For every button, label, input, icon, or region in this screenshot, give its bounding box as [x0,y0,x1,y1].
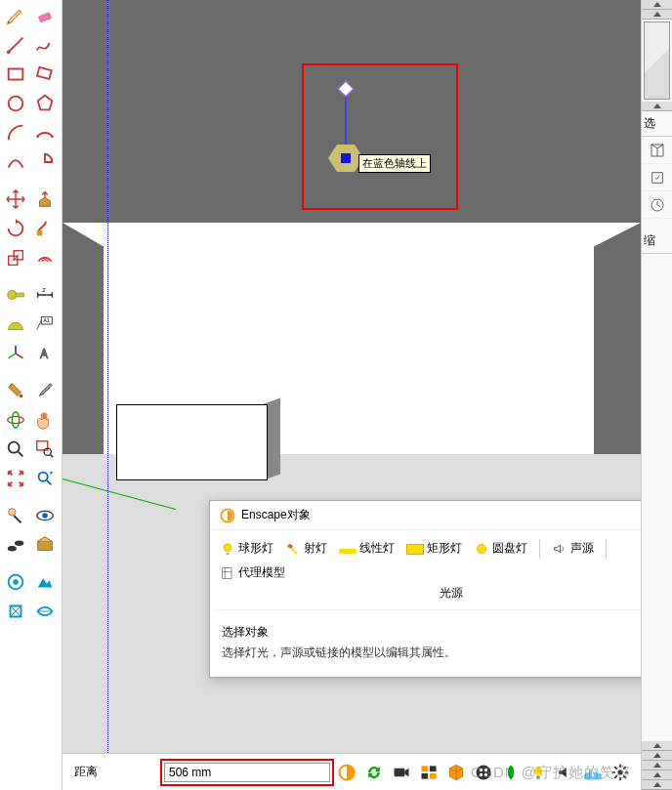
line-tool-icon[interactable] [2,31,29,59]
main-area: 在蓝色轴线上 Enscape对象 × 球形灯 [63,0,641,790]
eraser-tool-icon[interactable] [31,2,59,29]
svg-point-6 [36,135,39,138]
rotated-rect-tool-icon[interactable] [31,61,59,88]
spot-light-button[interactable]: 射灯 [281,538,331,559]
enscape-asset-icon[interactable] [498,760,524,785]
dialog-subheading: 光源 [216,583,641,610]
svg-rect-12 [16,293,23,297]
dimension-tool-icon[interactable]: 2' [31,281,59,309]
circle-tool-icon[interactable] [2,90,29,117]
sphere-light-button[interactable]: 球形灯 [216,538,277,559]
tray-collapse-handle-7[interactable] [642,770,672,780]
sound-source-button[interactable]: 声源 [548,538,598,559]
offset-tool-icon[interactable] [31,244,59,271]
rotate-tool-icon[interactable] [2,215,29,242]
enscape-3d-icon[interactable] [443,760,469,785]
svg-rect-38 [430,766,437,771]
dialog-title: Enscape对象 [241,507,641,523]
svg-point-46 [534,767,542,774]
tray-icon-2[interactable] [642,164,672,191]
zoom-window-tool-icon[interactable] [31,436,59,463]
svg-point-42 [480,768,483,770]
svg-point-22 [39,473,48,481]
arc-tool-icon[interactable] [2,119,29,146]
enscape-logo-icon [220,508,235,523]
ext-tool-3-icon[interactable] [2,598,29,625]
tray-label-1: 选 [642,111,672,137]
text-tool-icon[interactable]: A1 [31,311,59,338]
svg-rect-37 [422,766,429,771]
svg-point-19 [9,442,20,453]
orbit-tool-icon[interactable] [2,406,29,434]
svg-point-7 [51,135,54,138]
tray-collapse-handle-5[interactable] [642,751,672,761]
enscape-bottom-toolbar [334,760,637,785]
pan-tool-icon[interactable] [31,406,59,434]
section-tool-icon[interactable] [31,531,59,559]
enscape-settings-icon[interactable] [608,760,633,785]
enscape-light-icon[interactable] [525,760,551,785]
arc2-tool-icon[interactable] [31,119,59,146]
enscape-sound-icon[interactable] [553,760,578,785]
position-camera-tool-icon[interactable] [2,502,29,529]
svg-point-1 [7,51,11,55]
tray-collapse-handle-8[interactable] [642,780,672,790]
move-tool-icon[interactable] [2,186,29,213]
vcb-input[interactable] [164,763,330,782]
protractor-tool-icon[interactable] [2,311,29,338]
enscape-upload-icon[interactable] [580,760,606,785]
rect-light-button[interactable]: 矩形灯 [402,538,466,559]
tray-icon-3[interactable] [642,191,672,219]
scene-thumbnail[interactable] [644,21,670,100]
vcb-label: 距离 [66,764,160,780]
svg-rect-39 [422,772,429,778]
tray-collapse-handle-6[interactable] [642,761,672,770]
proxy-model-button[interactable]: 代理模型 [216,562,289,583]
svg-rect-0 [38,12,53,22]
pushpull-tool-icon[interactable] [31,186,59,213]
svg-point-18 [12,412,19,429]
svg-point-23 [9,509,16,516]
annotation-highlight [302,63,458,210]
disc-light-button[interactable]: 圆盘灯 [470,538,531,559]
paint-tool-icon[interactable] [2,377,29,404]
arc3-tool-icon[interactable] [2,148,29,176]
ext-tool-2-icon[interactable] [31,568,59,596]
pie-tool-icon[interactable] [31,148,59,176]
zoom-tool-icon[interactable] [2,436,29,463]
line-light-button[interactable]: 线性灯 [335,538,399,559]
pencil-tool-icon[interactable] [2,2,29,29]
enscape-manage-icon[interactable] [416,760,441,785]
tray-icon-1[interactable] [642,137,672,164]
enscape-material-icon[interactable] [471,760,496,785]
svg-rect-40 [430,772,437,778]
svg-point-4 [9,97,23,111]
enscape-sync-icon[interactable] [361,760,387,785]
zoom-prev-tool-icon[interactable] [31,465,59,492]
freehand-tool-icon[interactable] [31,31,59,59]
rectangle-tool-icon[interactable] [2,61,29,88]
sample-tool-icon[interactable] [31,377,59,404]
followme-tool-icon[interactable] [31,215,59,242]
tape-tool-icon[interactable] [2,281,29,309]
svg-rect-36 [395,768,405,775]
tray-collapse-handle[interactable] [642,0,672,10]
inference-tooltip: 在蓝色轴线上 [358,154,431,173]
zoom-extents-tool-icon[interactable] [2,465,29,492]
status-bar: 距离 CSDN @守护她的笑容 [63,753,641,790]
polygon-tool-icon[interactable] [31,90,59,117]
axes-tool-icon[interactable] [2,340,29,367]
svg-rect-28 [38,541,53,550]
tray-collapse-handle-3[interactable] [642,102,672,111]
3dtext-tool-icon[interactable] [31,340,59,367]
ext-tool-4-icon[interactable] [31,598,59,625]
walk-tool-icon[interactable] [2,531,29,559]
look-around-tool-icon[interactable] [31,502,59,529]
ext-tool-1-icon[interactable] [2,568,29,596]
enscape-start-icon[interactable] [334,760,359,785]
viewport-3d[interactable]: 在蓝色轴线上 Enscape对象 × 球形灯 [63,0,641,790]
enscape-video-icon[interactable] [389,760,414,785]
scale-tool-icon[interactable] [2,244,29,271]
tray-collapse-handle-2[interactable] [642,10,672,20]
tray-collapse-handle-4[interactable] [642,741,672,751]
